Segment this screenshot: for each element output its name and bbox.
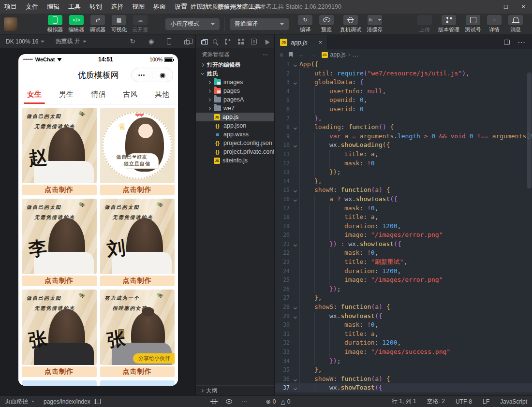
eol-setting[interactable]: LF	[483, 398, 489, 405]
code-line-16[interactable]: 16a ? wx.showToast({	[275, 195, 532, 204]
capsule-close-icon[interactable]: ◉	[152, 71, 173, 79]
device-frame-icon[interactable]	[167, 38, 171, 44]
cursor-position[interactable]: 行 1, 列 1	[392, 397, 416, 406]
menu-item-工具[interactable]: 工具	[64, 0, 85, 14]
problem-counts[interactable]: ⊗ 0 △ 0	[266, 398, 291, 405]
file-item-pages[interactable]: pages	[196, 87, 274, 95]
code-line-3[interactable]: 3globalData: {	[275, 78, 532, 87]
bug-icon[interactable]	[212, 399, 216, 404]
record-icon[interactable]: ◉	[148, 38, 154, 45]
file-item-siteinfo.js[interactable]: JSsiteinfo.js	[196, 156, 274, 165]
make-button[interactable]: 点击制作	[100, 185, 175, 195]
copy-path-icon[interactable]	[94, 400, 98, 404]
file-item-app.js[interactable]: JSapp.js	[196, 113, 274, 121]
device-selector[interactable]: DK 100% 16	[6, 38, 44, 45]
code-line-12[interactable]: 12mask: !0	[275, 159, 532, 168]
code-line-13[interactable]: 13});	[275, 168, 532, 177]
close-tab-icon[interactable]: ×	[319, 39, 323, 46]
toolbar-button-编辑器[interactable]: </>编辑器	[66, 15, 87, 33]
mode-dropdown[interactable]: 小程序模式	[165, 18, 220, 30]
code-line-34[interactable]: 34});	[275, 357, 532, 366]
back-icon[interactable]: ←	[298, 51, 305, 58]
code-line-14[interactable]: 14},	[275, 177, 532, 186]
code-line-7[interactable]: 7},	[275, 114, 532, 123]
file-item-images[interactable]: images	[196, 78, 274, 87]
code-line-29[interactable]: 29wx.showToast({	[275, 312, 532, 321]
code-line-6[interactable]: 6userid: 0	[275, 105, 532, 114]
explorer-more-icon[interactable]: ⋯	[263, 51, 269, 58]
fold-chevron-icon[interactable]	[291, 312, 299, 321]
code-line-1[interactable]: 1App({	[275, 60, 532, 69]
menu-item-设置[interactable]: 设置	[170, 0, 192, 14]
preview-eye-icon[interactable]	[226, 399, 232, 404]
toolbar-button-预览[interactable]: 预览	[316, 15, 337, 33]
fold-chevron-icon[interactable]	[291, 141, 299, 150]
code-line-18[interactable]: 18title: a,	[275, 213, 532, 222]
code-line-2[interactable]: 2util: require("we7/resource/js/util.js"…	[275, 69, 532, 78]
tree-section-打开的编辑器[interactable]: 打开的编辑器	[196, 60, 274, 69]
maximize-button[interactable]: □	[497, 0, 515, 14]
tab-其他[interactable]: 其他	[146, 85, 178, 104]
share-badge[interactable]: 分享给小伙伴	[133, 353, 175, 363]
menu-item-转到[interactable]: 转到	[85, 0, 106, 14]
refresh-icon[interactable]: ↻	[130, 38, 135, 45]
make-button[interactable]: 点击制作	[22, 185, 97, 195]
code-line-10[interactable]: 10wx.showLoading({	[275, 141, 532, 150]
tree-section-姓氏[interactable]: 姓氏	[196, 69, 274, 78]
fold-chevron-icon[interactable]	[291, 78, 299, 87]
code-line-22[interactable]: 22mask: !0,	[275, 248, 532, 258]
make-button[interactable]: 点击制作	[100, 276, 175, 286]
code-line-31[interactable]: 31title: a,	[275, 330, 532, 339]
fold-chevron-icon[interactable]	[291, 375, 299, 384]
multi-window-icon[interactable]	[184, 40, 190, 44]
code-line-25[interactable]: 25image: "/images/error.png"	[275, 276, 532, 285]
fold-chevron-icon[interactable]	[291, 303, 299, 312]
outline-icon[interactable]: ≡	[280, 51, 283, 58]
file-item-we7[interactable]: we7	[196, 104, 274, 113]
file-item-app.json[interactable]: {}app.json	[196, 121, 274, 130]
code-line-32[interactable]: 32duration: 1200,	[275, 338, 532, 348]
card-image[interactable]	[22, 380, 97, 386]
hot-reload-toggle[interactable]: 热重载 开	[55, 37, 86, 45]
search-icon[interactable]	[213, 39, 217, 44]
code-line-8[interactable]: 8loading: function() {	[275, 123, 532, 132]
code-line-37[interactable]: 37wx.showToast({	[275, 383, 532, 392]
split-editor-icon[interactable]	[504, 40, 510, 45]
extensions-icon[interactable]	[238, 39, 244, 44]
code-editor[interactable]: 1App({2util: require("we7/resource/js/ut…	[275, 60, 532, 395]
fold-chevron-icon[interactable]	[291, 383, 299, 392]
card-image[interactable]: ❉做自己的太阳无需凭借谁的光张	[22, 290, 97, 365]
toolbar-button-详情[interactable]: ≡详情	[484, 15, 505, 33]
card-image[interactable]	[100, 380, 175, 386]
compile-mode-dropdown[interactable]: 普通编译	[230, 18, 289, 30]
tab-女生[interactable]: 女生	[18, 85, 50, 104]
git-branch-icon[interactable]	[224, 38, 231, 45]
code-line-15[interactable]: 15showM: function(a) {	[275, 186, 532, 195]
fold-chevron-icon[interactable]	[291, 186, 299, 195]
toolbar-button-模拟器[interactable]: 模拟器	[44, 15, 66, 33]
code-line-35[interactable]: 35},	[275, 365, 532, 375]
fold-chevron-icon[interactable]	[291, 123, 299, 132]
tab-古风[interactable]: 古风	[114, 85, 146, 104]
menu-item-编辑[interactable]: 编辑	[43, 0, 64, 14]
toolbar-button-消息[interactable]: 消息	[505, 15, 526, 33]
card-image[interactable]: ❉做自己的太阳无需凭借谁的光李	[22, 199, 97, 274]
code-line-27[interactable]: 27},	[275, 293, 532, 303]
tab-情侣[interactable]: 情侣	[82, 85, 114, 104]
code-line-23[interactable]: 23title: "刷新重试",	[275, 258, 532, 267]
toolbar-button-调试器[interactable]: ⇄调试器	[87, 15, 108, 33]
make-button[interactable]: 点击制作	[22, 366, 97, 377]
card-image[interactable]: ♕❤❤做自己❤好友独立且自信	[100, 108, 175, 183]
code-line-36[interactable]: 36showW: function(a) {	[275, 375, 532, 384]
fold-chevron-icon[interactable]	[291, 240, 299, 249]
snippets-panel-icon[interactable]: S	[251, 39, 257, 44]
code-line-19[interactable]: 19duration: 1200,	[275, 222, 532, 231]
code-line-9[interactable]: 9var a = arguments.length > 0 && void 0 …	[275, 132, 532, 141]
editor-scrollbar[interactable]	[527, 73, 532, 189]
file-item-app.wxss[interactable]: ≡app.wxss	[196, 130, 274, 139]
code-line-17[interactable]: 17mask: !0,	[275, 204, 532, 213]
card-image[interactable]: ❉做自己的太阳无需凭借谁的光刘	[100, 199, 175, 274]
code-line-4[interactable]: 4userInfo: null,	[275, 87, 532, 96]
code-line-20[interactable]: 20image: "/images/error.png"	[275, 231, 532, 240]
minimize-button[interactable]: —	[480, 0, 497, 14]
